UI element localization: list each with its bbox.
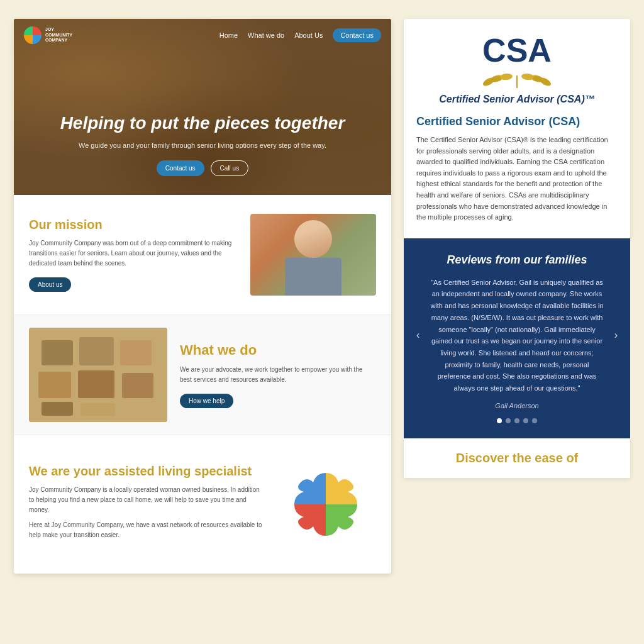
discover-card: Discover the ease of [404,438,630,478]
whatwedo-title: What we do [180,342,376,358]
site-nav: JOY COMMUNITY COMPANY Home What we do Ab… [14,19,391,52]
whatwedo-text: What we do We are your advocate, we work… [180,342,376,408]
csa-subtitle: Certified Senior Advisor (CSA)™ [416,94,618,105]
svg-rect-4 [38,372,71,398]
logo-icon [24,26,42,44]
laurel-svg [479,69,555,91]
how-we-help-button[interactable]: How we help [180,394,233,408]
svg-rect-1 [42,340,73,365]
svg-rect-5 [78,370,114,398]
nav-what-we-do[interactable]: What we do [248,31,284,39]
puzzle-image-svg [29,328,167,422]
reviewer-name: Gail Anderson [416,402,618,409]
csa-laurel [416,69,618,91]
about-button[interactable]: About us [29,277,71,292]
review-quote: "As Certified Senior Advisor, Gail is un… [430,279,603,392]
mission-section: Our mission Joy Community Company was bo… [14,195,391,314]
review-prev-arrow[interactable]: ‹ [416,327,419,344]
person-body [285,258,341,296]
mission-image [250,214,376,296]
logo-text: JOY COMMUNITY COMPANY [45,27,72,43]
page-wrapper: JOY COMMUNITY COMPANY Home What we do Ab… [14,19,630,574]
reviews-title: Reviews from our families [416,253,618,267]
nav-contact-button[interactable]: Contact us [333,28,381,42]
review-dot-3[interactable] [514,418,519,423]
reviews-card: Reviews from our families ‹ "As Certifie… [404,238,630,438]
csa-body: The Certified Senior Advisor (CSA)® is t… [416,135,618,223]
mission-body: Joy Community Company was born out of a … [29,238,238,269]
right-column: CSA Certified Senior Advisor (CSA) [404,19,630,574]
svg-rect-2 [79,337,114,365]
hero-content: Helping to put the pieces together We gu… [23,113,383,176]
review-dot-4[interactable] [523,418,528,423]
review-dots [416,418,618,423]
person-face [294,220,332,258]
whatwedo-image [29,328,167,422]
assisted-puzzle-image [275,454,376,555]
hero-subtitle: We guide you and your family through sen… [60,140,345,151]
puzzle-svg [275,454,376,555]
discover-title: Discover the ease of [416,451,618,465]
review-quote-container: ‹ "As Certified Senior Advisor, Gail is … [416,277,618,394]
csa-big-title: CSA [416,34,618,67]
nav-home[interactable]: Home [219,31,238,39]
assisted-section: We are your assisted living specialist J… [14,435,391,574]
hero-title: Helping to put the pieces together [60,113,345,134]
assisted-body-2: Here at Joy Community Company, we have a… [29,520,263,540]
hero-buttons: Contact us Call us [60,160,345,176]
assisted-text: We are your assisted living specialist J… [29,464,263,545]
hero-call-button[interactable]: Call us [211,160,249,176]
csa-card: CSA Certified Senior Advisor (CSA) [404,19,630,238]
mission-text: Our mission Joy Community Company was bo… [29,218,238,292]
hero-section: JOY COMMUNITY COMPANY Home What we do Ab… [14,19,391,195]
hero-contact-button[interactable]: Contact us [157,160,204,176]
assisted-title: We are your assisted living specialist [29,464,263,479]
svg-rect-8 [80,403,115,416]
csa-section-title: Certified Senior Advisor (CSA) [416,115,618,128]
nav-links: Home What we do About Us Contact us [219,28,381,42]
whatwedo-body: We are your advocate, we work together t… [180,365,376,385]
mission-title: Our mission [29,218,238,232]
review-dot-2[interactable] [506,418,511,423]
whatwedo-section: What we do We are your advocate, we work… [14,314,391,435]
review-dot-1[interactable] [497,418,502,423]
nav-about-us[interactable]: About Us [294,31,323,39]
review-next-arrow[interactable]: › [614,327,618,344]
assisted-body-1: Joy Community Company is a locally opera… [29,485,263,515]
website-screenshot: JOY COMMUNITY COMPANY Home What we do Ab… [14,19,391,574]
svg-rect-6 [122,373,153,398]
site-logo: JOY COMMUNITY COMPANY [24,26,72,44]
svg-rect-7 [42,402,73,416]
svg-rect-3 [120,340,152,365]
assisted-body: Joy Community Company is a locally opera… [29,485,263,540]
review-dot-5[interactable] [532,418,537,423]
